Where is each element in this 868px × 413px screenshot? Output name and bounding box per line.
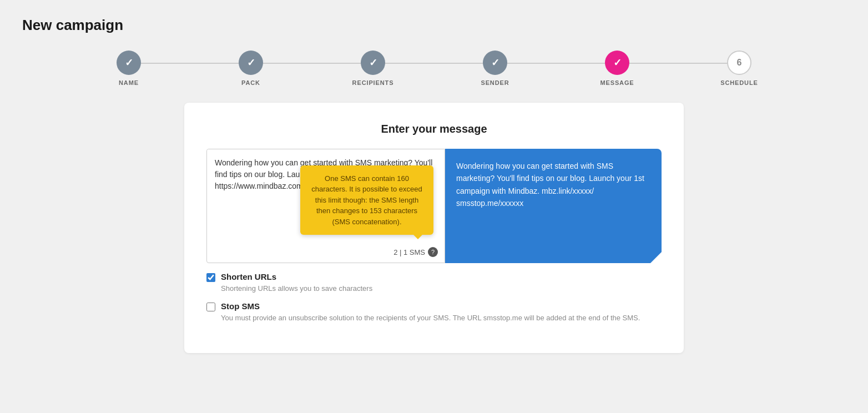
step-label-schedule: SCHEDULE (720, 79, 758, 86)
step-label-message: MESSAGE (600, 79, 634, 86)
step-recipients: RECIPIENTS (312, 51, 434, 86)
stop-sms-checkbox[interactable] (206, 303, 215, 311)
step-circle-sender (483, 51, 507, 75)
step-circle-recipients (361, 51, 385, 75)
checkmark-recipients (369, 57, 377, 69)
stop-sms-desc: You must provide an unsubscribe solution… (221, 314, 662, 322)
step-pack: PACK (190, 51, 312, 86)
shorten-urls-row: Shorten URLs (206, 272, 662, 282)
step-circle-name (117, 51, 141, 75)
sms-preview: Wondering how you can get started with S… (445, 149, 662, 263)
step-name: NAME (68, 51, 190, 86)
step-label-pack: PACK (241, 79, 260, 86)
sms-tooltip: One SMS can contain 160 characters. It i… (300, 165, 433, 235)
step-circle-message (605, 51, 629, 75)
message-textarea-wrap: Wondering how you can get started with S… (206, 149, 445, 263)
stop-sms-label[interactable]: Stop SMS (221, 301, 260, 311)
checkmark-name (125, 57, 133, 69)
step-label-sender: SENDER (481, 79, 509, 86)
step-sender: SENDER (434, 51, 556, 86)
options-section: Shorten URLs Shortening URLs allows you … (206, 272, 662, 322)
help-icon[interactable]: ? (428, 247, 438, 257)
step-label-name: NAME (119, 79, 139, 86)
stepper: NAME PACK RECIPIENTS SENDER MESSAGE 6 SC… (22, 51, 846, 86)
shorten-urls-label[interactable]: Shorten URLs (221, 272, 276, 281)
checkmark-sender (491, 57, 499, 69)
step-schedule: 6 SCHEDULE (678, 51, 800, 86)
step-label-recipients: RECIPIENTS (352, 79, 394, 86)
page-title: New campaign (22, 17, 846, 34)
shorten-urls-checkbox[interactable] (206, 273, 215, 282)
main-card: Enter your message Wondering how you can… (184, 103, 684, 353)
step-number-schedule: 6 (737, 58, 742, 68)
checkmark-message (613, 57, 622, 69)
message-area: Wondering how you can get started with S… (206, 149, 662, 263)
checkmark-pack (247, 57, 255, 69)
sms-counter: 2 | 1 SMS ? (393, 247, 438, 257)
counter-value: 2 | 1 SMS (393, 248, 425, 256)
step-circle-pack (239, 51, 263, 75)
step-message: MESSAGE (556, 51, 678, 86)
preview-text: Wondering how you can get started with S… (456, 162, 644, 208)
step-circle-schedule: 6 (727, 51, 751, 75)
shorten-urls-desc: Shortening URLs allows you to save chara… (221, 284, 662, 293)
card-title: Enter your message (206, 123, 662, 135)
stop-sms-row: Stop SMS (206, 301, 662, 311)
